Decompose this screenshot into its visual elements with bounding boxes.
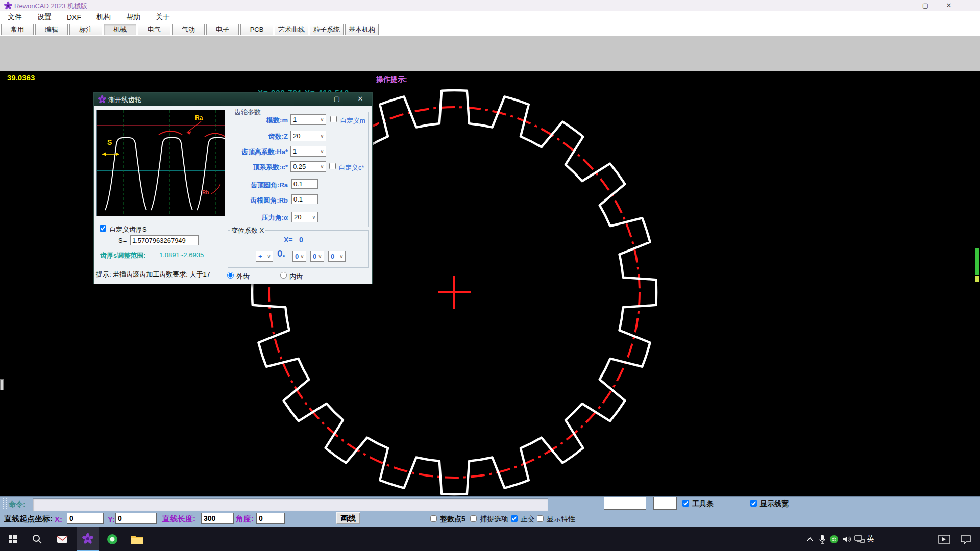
custom-thickness-label: 自定义齿厚S — [109, 225, 147, 234]
external-teeth-radio[interactable] — [227, 272, 234, 279]
aux-input-1[interactable] — [604, 497, 646, 510]
module-label: 模数:m — [228, 116, 288, 125]
operation-hint-label: 操作提示: — [376, 75, 407, 84]
shift-digit-2: 0 — [311, 253, 316, 260]
toolbar-visible-checkbox[interactable] — [682, 500, 689, 507]
tab-mechanical[interactable]: 机械 — [104, 24, 136, 35]
module-select[interactable]: 1∨ — [290, 114, 326, 125]
language-indicator[interactable]: 英 — [867, 534, 874, 544]
command-input[interactable] — [33, 498, 548, 511]
chevron-down-icon: ∨ — [338, 254, 345, 259]
gear-preview: S Ra Rb — [96, 110, 225, 216]
tray-expand[interactable] — [804, 527, 816, 551]
preview-ra-label: Ra — [195, 114, 203, 121]
title-bar[interactable]: RewonCAD 2023 机械版 – ▢ ✕ — [0, 0, 980, 11]
integer-point-checkbox[interactable] — [430, 515, 437, 522]
tab-electrical[interactable]: 电气 — [138, 24, 170, 35]
notification-center[interactable] — [958, 527, 974, 551]
panel-expand-handle[interactable] — [0, 379, 4, 390]
dialog-logo-icon — [97, 95, 107, 104]
network-icon — [854, 535, 865, 544]
show-props-checkbox[interactable] — [537, 515, 544, 522]
close-button[interactable]: ✕ — [940, 0, 958, 11]
tray-volume[interactable] — [841, 527, 853, 551]
taskbar-mail-app[interactable] — [54, 527, 71, 551]
internal-teeth-radio[interactable] — [280, 272, 287, 279]
windows-logo-icon — [9, 535, 17, 543]
dialog-minimize-button[interactable]: – — [307, 94, 322, 104]
taskbar-explorer-app[interactable] — [129, 527, 146, 551]
external-teeth-label: 外齿 — [236, 272, 250, 281]
tab-electronic[interactable]: 电子 — [206, 24, 239, 35]
menu-help[interactable]: 帮助 — [118, 13, 148, 22]
angle-input[interactable] — [256, 513, 285, 524]
tab-edit[interactable]: 编辑 — [35, 24, 68, 35]
start-button[interactable] — [4, 527, 21, 551]
chevron-down-icon: ∨ — [299, 254, 306, 259]
browser-icon — [106, 533, 118, 545]
x-coord-label: X: — [55, 515, 62, 523]
taskbar-browser-app[interactable] — [104, 527, 121, 551]
menu-about[interactable]: 关于 — [148, 13, 178, 22]
clearance-label: 顶系系数:c* — [228, 163, 288, 172]
shift-digit-1: 0 — [293, 253, 299, 260]
tab-common[interactable]: 常用 — [1, 24, 34, 35]
clearance-select[interactable]: 0.25∨ — [290, 161, 326, 172]
shift-digit-2-select[interactable]: 0∨ — [310, 251, 324, 262]
shift-sign-select[interactable]: +∨ — [256, 251, 273, 262]
dialog-close-button[interactable]: ✕ — [353, 94, 368, 104]
vertical-scrollbar[interactable] — [974, 71, 980, 496]
ortho-checkbox[interactable] — [511, 515, 518, 522]
minimize-button[interactable]: – — [896, 0, 914, 11]
y-coord-input[interactable] — [115, 513, 157, 524]
tray-media-control[interactable] — [937, 527, 951, 551]
menu-bar: 文件 设置 DXF 机构 帮助 关于 — [0, 11, 980, 23]
tab-basic-mechanism[interactable]: 基本机构 — [345, 24, 379, 35]
shift-digit-3-select[interactable]: 0∨ — [328, 251, 346, 262]
dialog-maximize-button[interactable]: ▢ — [330, 94, 344, 104]
tab-art-curve[interactable]: 艺术曲线 — [275, 24, 308, 35]
x-coord-input[interactable] — [67, 513, 104, 524]
taskbar-rewoncad-app[interactable] — [77, 527, 99, 551]
pressure-angle-select[interactable]: 20∨ — [291, 212, 318, 222]
snap-options-checkbox[interactable] — [470, 515, 477, 522]
preview-rb-label: Rb — [202, 190, 209, 195]
aux-input-2[interactable] — [653, 497, 677, 510]
linewidth-checkbox[interactable] — [750, 500, 757, 507]
s-label: S= — [118, 237, 127, 244]
dialog-title: 渐开线齿轮 — [108, 95, 141, 105]
chevron-down-icon: ∨ — [316, 254, 324, 259]
tab-pcb[interactable]: PCB — [240, 24, 273, 35]
tray-microphone[interactable] — [817, 527, 827, 551]
menu-mechanism[interactable]: 机构 — [89, 13, 118, 22]
tray-security-app[interactable] — [828, 527, 840, 551]
teeth-select[interactable]: 20∨ — [290, 131, 326, 141]
tray-network[interactable] — [853, 527, 866, 551]
root-fillet-input[interactable] — [291, 194, 318, 204]
custom-thickness-checkbox[interactable] — [100, 225, 106, 232]
menu-file[interactable]: 文件 — [0, 13, 30, 22]
addendum-select[interactable]: 1∨ — [290, 146, 326, 157]
shift-coeff-group-label: 变位系数 X — [230, 226, 265, 235]
menu-dxf[interactable]: DXF — [59, 13, 89, 21]
custom-m-checkbox[interactable] — [330, 116, 337, 122]
custom-c-checkbox[interactable] — [329, 163, 336, 169]
tab-annotate[interactable]: 标注 — [69, 24, 102, 35]
tip-fillet-input[interactable] — [291, 179, 318, 189]
shift-digit-1-select[interactable]: 0∨ — [292, 251, 306, 262]
center-cross — [438, 276, 471, 309]
menu-settings[interactable]: 设置 — [30, 13, 59, 22]
toolbar-grip[interactable] — [3, 498, 7, 509]
line-length-input[interactable] — [201, 513, 234, 524]
command-panel: 命令: 工具条 显示线宽 直线起点坐标: X: Y: 直线长度: 角度: 画线 … — [0, 496, 980, 527]
scrollbar-thumb[interactable] — [975, 248, 979, 275]
tab-particle[interactable]: 粒子系统 — [310, 24, 344, 35]
s-value-input[interactable] — [130, 235, 199, 245]
dialog-title-bar[interactable]: 渐开线齿轮 – ▢ ✕ — [94, 93, 372, 106]
taskbar-search[interactable] — [29, 527, 46, 551]
folder-icon — [131, 534, 144, 545]
mechanical-toolbar: 椭圆齿轮 卵形齿轮 仿真速度 低速 ∨ 实时仿真 — [0, 36, 980, 71]
tab-pneumatic[interactable]: 气动 — [172, 24, 205, 35]
maximize-button[interactable]: ▢ — [917, 0, 934, 11]
draw-line-button[interactable]: 画线 — [336, 512, 360, 524]
